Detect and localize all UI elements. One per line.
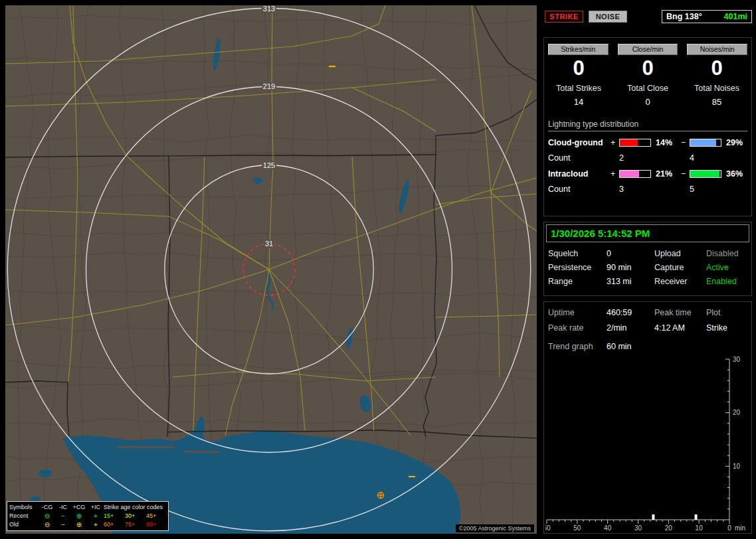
- datetime-display: 1/30/2026 5:14:52 PM: [546, 224, 749, 242]
- rate-values-row: 0 0 0: [544, 56, 751, 80]
- legend-old-row: Old ⊖ − ⊕ + 60+ 75+ 90+: [9, 520, 166, 529]
- side-panel: STRIKE NOISE Bng 138° 401mi Strikes/min …: [543, 5, 752, 534]
- uptime-label: Uptime: [548, 308, 607, 317]
- age-15-label: 15+: [104, 512, 125, 520]
- ic-neg-bar: [690, 170, 721, 178]
- trend-graph-value: 60 min: [607, 342, 751, 351]
- upload-status: Disabled: [706, 249, 751, 258]
- trend-graph-row: Trend graph 60 min: [548, 342, 751, 351]
- plot-value: Strike: [706, 323, 751, 333]
- totals-labels-row: Total Strikes Total Close Total Noises: [544, 84, 751, 93]
- settings-section: 1/30/2026 5:14:52 PM Squelch 0 Upload Di…: [543, 222, 752, 296]
- peak-time-value: 4:12 AM: [654, 323, 706, 333]
- legend-recent-label: Recent: [9, 512, 39, 520]
- intracloud-row: Intracloud + 21% − 36%: [548, 169, 751, 179]
- persistence-label: Persistence: [548, 263, 607, 272]
- cg-count-label: Count: [548, 153, 611, 163]
- peak-time-label: Peak time: [654, 308, 706, 317]
- rate-labels-row: Strikes/min Close/min Noises/min: [548, 44, 747, 55]
- age-codes-title: Strike age color codes: [104, 503, 165, 512]
- peak-rate-value: 2/min: [607, 323, 654, 333]
- ic-count-label: Count: [548, 185, 611, 194]
- svg-text:31: 31: [265, 240, 273, 248]
- cg-pos-bar: [619, 139, 651, 147]
- svg-text:60: 60: [545, 524, 551, 530]
- ic-pos-pct: 21%: [652, 169, 681, 179]
- bearing-display: Bng 138° 401mi: [662, 10, 752, 23]
- strikes-per-min-label: Strikes/min: [548, 44, 609, 55]
- svg-text:50: 50: [573, 524, 581, 530]
- map-svg: 31321912531: [5, 5, 537, 534]
- pos-cg-header: +CG: [70, 503, 88, 512]
- total-close-label: Total Close: [613, 84, 682, 93]
- settings-grid: Squelch 0 Upload Disabled Persistence 90…: [548, 249, 751, 286]
- cloud-ground-row: Cloud-ground + 14% − 29%: [548, 138, 751, 147]
- lightning-map[interactable]: 31321912531 Symbols -CG -IC +CG +IC Stri…: [5, 5, 537, 534]
- svg-text:min: min: [735, 524, 745, 530]
- peak-rate-label: Peak rate: [548, 323, 607, 333]
- close-per-min-label: Close/min: [618, 44, 678, 55]
- strike-indicator-button[interactable]: STRIKE: [545, 11, 583, 23]
- age-75-label: 75+: [125, 520, 146, 529]
- distribution-title: Lightning type distribution: [548, 119, 747, 131]
- squelch-value: 0: [607, 249, 654, 258]
- cg-pos-count: 2: [619, 153, 652, 163]
- neg-ic-header: -IC: [56, 503, 70, 512]
- intracloud-count-row: Count 3 5: [548, 185, 751, 194]
- legend-recent-row: Recent ⊖ − ⊕ + 15+ 30+ 45+: [9, 512, 166, 520]
- neg-cg-recent-icon: ⊖: [39, 512, 56, 520]
- noise-indicator-button[interactable]: NOISE: [589, 11, 627, 23]
- status-grid: Uptime 460:59 Peak time Plot Peak rate 2…: [548, 308, 751, 333]
- svg-text:125: 125: [263, 161, 275, 169]
- trend-chart: 1020306050403020100min: [545, 355, 749, 530]
- total-strikes-label: Total Strikes: [544, 84, 613, 93]
- pos-ic-header: +IC: [88, 503, 104, 512]
- cloud-ground-count-row: Count 2 4: [548, 153, 751, 163]
- age-60-label: 60+: [104, 520, 125, 529]
- age-45-label: 45+: [146, 512, 165, 520]
- pos-cg-recent-icon: ⊕: [70, 512, 88, 520]
- svg-text:219: 219: [263, 82, 275, 90]
- plus-sign: +: [611, 169, 619, 179]
- minus-sign: −: [681, 169, 690, 179]
- uptime-value: 460:59: [607, 308, 654, 317]
- cg-pos-pct: 14%: [652, 138, 681, 147]
- strikes-per-min-value: 0: [544, 56, 613, 80]
- cg-neg-bar: [690, 139, 721, 147]
- legend-old-label: Old: [9, 520, 39, 529]
- cg-neg-count: 4: [690, 153, 723, 163]
- cg-neg-pct: 29%: [723, 138, 751, 147]
- total-close-value: 0: [613, 97, 682, 107]
- squelch-label: Squelch: [548, 249, 607, 258]
- svg-text:20: 20: [733, 409, 741, 416]
- pos-ic-old-icon: +: [88, 520, 104, 529]
- svg-text:20: 20: [665, 524, 673, 530]
- distance-value: 401mi: [724, 12, 747, 21]
- status-trend-section: Uptime 460:59 Peak time Plot Peak rate 2…: [543, 301, 752, 534]
- svg-text:10: 10: [696, 524, 704, 530]
- ic-pos-bar: [619, 170, 651, 178]
- svg-text:0: 0: [727, 524, 731, 530]
- pos-cg-old-icon: ⊕: [70, 520, 88, 529]
- svg-text:10: 10: [733, 463, 741, 470]
- ic-pos-count: 3: [619, 185, 652, 194]
- close-per-min-value: 0: [613, 56, 682, 80]
- age-30-label: 30+: [125, 512, 146, 520]
- range-value: 313 mi: [607, 277, 654, 286]
- copyright: ©2005 Astrogenic Systems: [456, 524, 534, 532]
- noises-per-min-value: 0: [682, 56, 751, 80]
- minus-sign: −: [681, 138, 690, 147]
- neg-ic-old-icon: −: [56, 520, 70, 529]
- legend-header-row: Symbols -CG -IC +CG +IC Strike age color…: [9, 503, 166, 512]
- svg-text:30: 30: [733, 356, 741, 363]
- noises-per-min-label: Noises/min: [687, 44, 747, 55]
- trend-graph-label: Trend graph: [548, 342, 607, 351]
- ic-neg-count: 5: [690, 185, 723, 194]
- legend-symbols-title: Symbols: [9, 503, 39, 512]
- persistence-value: 90 min: [607, 263, 654, 272]
- plus-sign: +: [611, 138, 619, 147]
- range-label: Range: [548, 277, 607, 286]
- total-strikes-value: 14: [544, 97, 613, 107]
- total-noises-value: 85: [682, 97, 751, 107]
- upload-label: Upload: [654, 249, 706, 258]
